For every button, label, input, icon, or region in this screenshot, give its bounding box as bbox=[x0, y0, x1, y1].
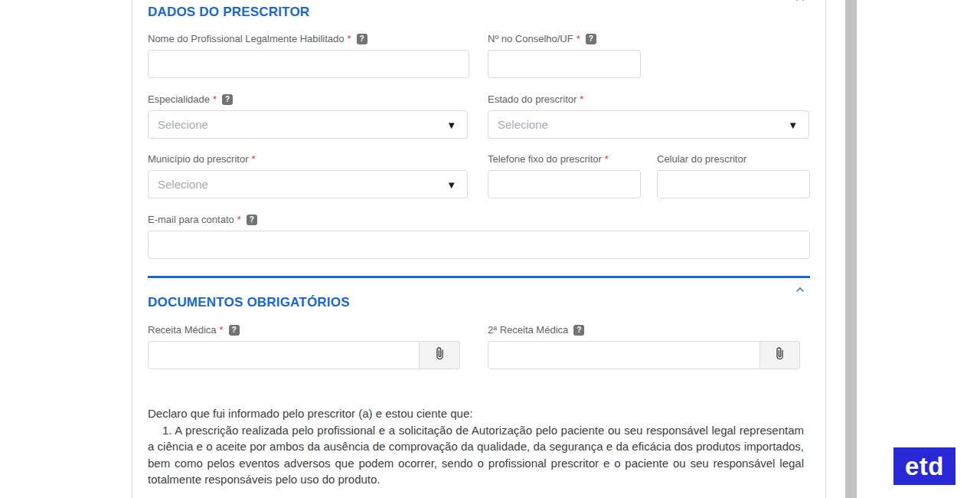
declaration-text: Declaro que fui informado pelo prescrito… bbox=[148, 405, 804, 488]
help-icon[interactable]: ? bbox=[586, 34, 596, 44]
scrollbar-track bbox=[844, 0, 858, 498]
section-title-documentos: DOCUMENTOS OBRIGATÓRIOS bbox=[148, 295, 350, 310]
receita-2-attach-button[interactable] bbox=[760, 341, 800, 369]
municipio-select[interactable]: Selecione ▼ bbox=[148, 170, 468, 198]
help-icon[interactable]: ? bbox=[247, 215, 257, 225]
chevron-up-icon bbox=[794, 283, 806, 299]
field-label: Celular do prescritor bbox=[657, 153, 746, 165]
select-placeholder: Selecione bbox=[158, 118, 208, 131]
panel-right-border bbox=[825, 0, 826, 498]
field-receita-medica-2: 2ª Receita Médica ? bbox=[488, 324, 800, 369]
field-municipio: Município do prescritor * Selecione ▼ bbox=[148, 153, 468, 198]
telefone-fixo-input[interactable] bbox=[488, 170, 641, 198]
field-label: Estado do prescritor bbox=[488, 93, 577, 105]
receita-attach-button[interactable] bbox=[420, 341, 460, 369]
required-asterisk: * bbox=[252, 153, 256, 165]
paperclip-icon bbox=[433, 346, 447, 364]
field-label: Receita Médica bbox=[148, 324, 217, 336]
required-asterisk: * bbox=[237, 214, 241, 225]
required-asterisk: * bbox=[220, 324, 224, 336]
field-label: Município do prescritor bbox=[148, 153, 249, 165]
etd-logo: etd bbox=[893, 447, 956, 485]
required-asterisk: * bbox=[577, 33, 580, 44]
field-estado: Estado do prescritor * Selecione ▼ bbox=[488, 93, 809, 139]
help-icon[interactable]: ? bbox=[357, 34, 368, 44]
select-placeholder: Selecione bbox=[498, 118, 548, 131]
help-icon[interactable]: ? bbox=[229, 325, 240, 336]
field-nome: Nome do Profissional Legalmente Habilita… bbox=[148, 33, 469, 78]
receita-medica-2-file-input[interactable] bbox=[488, 341, 760, 369]
receita-medica-file-input[interactable] bbox=[148, 341, 420, 369]
paperclip-icon bbox=[773, 346, 787, 364]
section-divider bbox=[148, 276, 810, 278]
dropdown-arrow-icon: ▼ bbox=[446, 179, 456, 190]
field-label: Nº no Conselho/UF bbox=[488, 33, 573, 44]
chevron-up-icon bbox=[794, 0, 806, 8]
nome-profissional-input[interactable] bbox=[148, 50, 469, 78]
field-label: Nome do Profissional Legalmente Habilita… bbox=[148, 33, 345, 44]
conselho-uf-input[interactable] bbox=[488, 50, 641, 78]
dropdown-arrow-icon: ▼ bbox=[446, 119, 456, 130]
required-asterisk: * bbox=[348, 33, 351, 44]
section-title-prescritor: DADOS DO PRESCRITOR bbox=[148, 5, 309, 20]
field-telefone: Telefone fixo do prescritor * bbox=[488, 153, 641, 198]
field-label: Telefone fixo do prescritor bbox=[488, 153, 602, 165]
help-icon[interactable]: ? bbox=[222, 94, 233, 105]
field-email: E-mail para contato * ? bbox=[148, 214, 810, 259]
email-contato-input[interactable] bbox=[148, 231, 810, 259]
required-asterisk: * bbox=[213, 93, 217, 105]
declaration-item-1: 1. A prescrição realizada pelo profissio… bbox=[148, 422, 804, 488]
declaration-intro: Declaro que fui informado pelo prescrito… bbox=[148, 405, 804, 422]
scrollbar-thumb[interactable] bbox=[845, 0, 857, 498]
panel-left-border bbox=[132, 0, 132, 498]
especialidade-select[interactable]: Selecione ▼ bbox=[148, 110, 468, 139]
field-especialidade: Especialidade * ? Selecione ▼ bbox=[148, 93, 468, 139]
required-asterisk: * bbox=[580, 93, 583, 105]
required-asterisk: * bbox=[605, 153, 609, 165]
field-label: E-mail para contato bbox=[148, 214, 234, 225]
help-icon[interactable]: ? bbox=[573, 325, 584, 336]
field-conselho: Nº no Conselho/UF * ? bbox=[488, 33, 641, 78]
field-receita-medica: Receita Médica * ? bbox=[148, 324, 460, 369]
collapse-prescritor-button[interactable] bbox=[792, 0, 808, 8]
estado-select[interactable]: Selecione ▼ bbox=[488, 110, 809, 139]
select-placeholder: Selecione bbox=[158, 178, 208, 191]
field-label: Especialidade bbox=[148, 93, 210, 105]
celular-input[interactable] bbox=[657, 170, 810, 198]
field-label: 2ª Receita Médica bbox=[488, 324, 568, 336]
page: DADOS DO PRESCRITOR Nome do Profissional… bbox=[0, 0, 980, 498]
dropdown-arrow-icon: ▼ bbox=[788, 119, 798, 130]
field-celular: Celular do prescritor bbox=[657, 153, 810, 198]
collapse-documentos-button[interactable] bbox=[792, 283, 808, 299]
